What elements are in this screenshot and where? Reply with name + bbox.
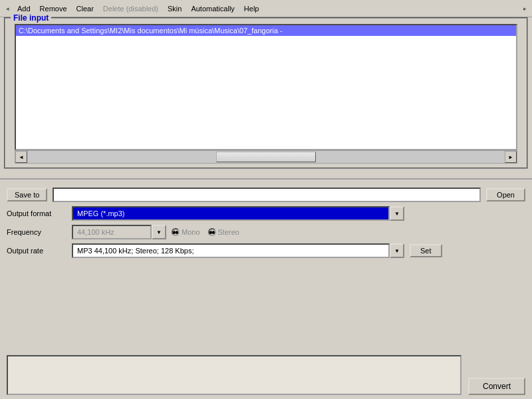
menu-remove[interactable]: Remove [36, 3, 71, 14]
menu-clear[interactable]: Clear [72, 3, 98, 14]
bottom-area: Convert [0, 351, 532, 399]
output-format-label: Output format [7, 209, 66, 217]
frequency-select-wrapper: 44,100 kHz ▼ [72, 225, 166, 239]
dropdown-arrow-icon: ▼ [394, 211, 400, 217]
save-to-row: Save to Open [7, 188, 525, 202]
menubar: ◂ Add Remove Clear Delete (disabled) Ski… [0, 0, 532, 17]
output-rate-row: Output rate MP3 44,100 kHz; Stereo; 128 … [7, 243, 525, 258]
menu-help[interactable]: Help [240, 3, 263, 14]
output-format-dropdown-btn[interactable]: ▼ [390, 206, 404, 221]
scroll-right-arrow[interactable]: ► [505, 151, 517, 163]
save-to-input[interactable] [53, 188, 481, 202]
file-path: C:\Documents and Settings\MI2\Mis docume… [16, 25, 516, 36]
output-format-display[interactable]: MPEG (*.mp3) [72, 206, 390, 221]
stereo-option[interactable]: Stereo [208, 228, 239, 236]
freq-dropdown-arrow-icon: ▼ [156, 229, 162, 235]
file-input-section: File input C:\Documents and Settings\MI2… [4, 17, 528, 169]
convert-button[interactable]: Convert [468, 378, 525, 395]
output-rate-label: Output rate [7, 247, 66, 255]
menu-delete: Delete (disabled) [99, 3, 162, 14]
set-button[interactable]: Set [410, 244, 442, 257]
channel-radio-group: Mono Stereo [172, 228, 239, 236]
frequency-row: Frequency 44,100 kHz ▼ Mono [7, 225, 525, 239]
mono-radio[interactable] [172, 228, 180, 236]
bottom-left-area [7, 355, 462, 395]
menu-add[interactable]: Add [13, 3, 35, 14]
scroll-track[interactable] [27, 151, 505, 163]
open-button[interactable]: Open [486, 188, 525, 201]
mono-label: Mono [182, 228, 200, 236]
rate-dropdown-arrow-icon: ▼ [394, 248, 400, 254]
menu-automatically[interactable]: Automatically [187, 3, 238, 14]
frequency-label: Frequency [7, 228, 66, 236]
mono-option[interactable]: Mono [172, 228, 200, 236]
stereo-radio-dot [209, 231, 212, 234]
scroll-left-arrow[interactable]: ◄ [15, 151, 27, 163]
controls-section: Save to Open Output format MPEG (*.mp3) … [0, 185, 532, 261]
horizontal-scrollbar: ◄ ► [15, 150, 517, 164]
frequency-dropdown-btn[interactable]: ▼ [152, 225, 166, 239]
stereo-label: Stereo [218, 228, 239, 236]
frequency-display: 44,100 kHz [72, 225, 152, 239]
stereo-radio[interactable] [208, 228, 216, 236]
output-rate-select-wrapper: MP3 44,100 kHz; Stereo; 128 Kbps; ▼ [72, 243, 404, 258]
mono-radio-dot [173, 231, 176, 234]
output-rate-display[interactable]: MP3 44,100 kHz; Stereo; 128 Kbps; [72, 243, 390, 258]
file-list-area: C:\Documents and Settings\MI2\Mis docume… [15, 24, 517, 150]
menu-skin[interactable]: Skin [164, 3, 186, 14]
output-rate-dropdown-btn[interactable]: ▼ [390, 243, 404, 258]
scroll-thumb[interactable] [216, 152, 316, 162]
main-container: File input C:\Documents and Settings\MI2… [0, 17, 532, 399]
divider [0, 178, 532, 180]
output-format-row: Output format MPEG (*.mp3) ▼ [7, 206, 525, 221]
resize-right-icon: ▸ [520, 3, 529, 15]
resize-left-icon: ◂ [3, 3, 12, 15]
file-input-legend: File input [11, 13, 51, 23]
save-to-button[interactable]: Save to [7, 188, 47, 201]
output-format-select-wrapper: MPEG (*.mp3) ▼ [72, 206, 404, 221]
